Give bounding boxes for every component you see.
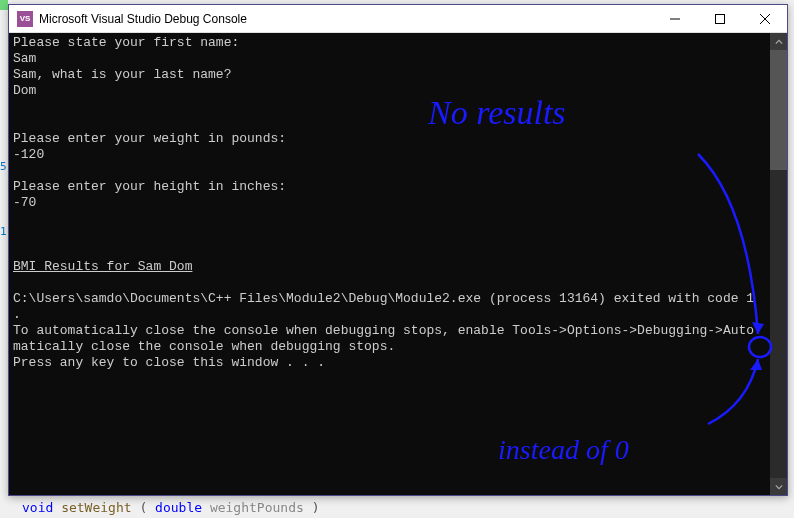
app-icon: VS — [17, 11, 33, 27]
editor-gutter — [0, 0, 8, 500]
title-bar[interactable]: VS Microsoft Visual Studio Debug Console — [9, 5, 787, 33]
scroll-down-button[interactable] — [770, 478, 787, 495]
close-button[interactable] — [742, 5, 787, 33]
minimize-icon — [670, 14, 680, 24]
gutter-mark: 5 — [0, 160, 7, 173]
chevron-down-icon — [775, 483, 783, 491]
console-output[interactable]: Please state your first name: Sam Sam, w… — [9, 33, 770, 495]
scroll-thumb[interactable] — [770, 50, 787, 170]
console-line: Dom — [13, 83, 36, 98]
console-line: Press any key to close this window . . . — [13, 355, 325, 370]
window-title: Microsoft Visual Studio Debug Console — [39, 12, 652, 26]
gutter-mark: 1 — [0, 225, 7, 238]
console-area: Please state your first name: Sam Sam, w… — [9, 33, 787, 495]
keyword: void — [22, 500, 53, 515]
maximize-button[interactable] — [697, 5, 742, 33]
console-line: Please enter your weight in pounds: — [13, 131, 286, 146]
scroll-up-button[interactable] — [770, 33, 787, 50]
console-line: Please enter your height in inches: — [13, 179, 286, 194]
console-line: -70 — [13, 195, 36, 210]
console-line: -120 — [13, 147, 44, 162]
console-line: matically close the console when debuggi… — [13, 339, 395, 354]
console-line: Sam, what is your last name? — [13, 67, 231, 82]
console-line: Sam — [13, 51, 36, 66]
close-icon — [760, 14, 770, 24]
console-line-heading: BMI Results for Sam Dom — [13, 259, 192, 274]
paren: ( — [139, 500, 147, 515]
paren: ) — [312, 500, 320, 515]
function-name: setWeight — [61, 500, 131, 515]
maximize-icon — [715, 14, 725, 24]
console-line: Please state your first name: — [13, 35, 239, 50]
console-line: To automatically close the console when … — [13, 323, 754, 338]
background-code-line: void setWeight ( double weightPounds ) — [22, 500, 319, 515]
vertical-scrollbar[interactable] — [770, 33, 787, 495]
param: weightPounds — [210, 500, 304, 515]
console-line: . — [13, 307, 21, 322]
svg-rect-1 — [715, 15, 724, 24]
chevron-up-icon — [775, 38, 783, 46]
debug-console-window: VS Microsoft Visual Studio Debug Console… — [8, 4, 788, 496]
type: double — [155, 500, 202, 515]
minimize-button[interactable] — [652, 5, 697, 33]
console-line: C:\Users\samdo\Documents\C++ Files\Modul… — [13, 291, 754, 306]
window-controls — [652, 5, 787, 32]
